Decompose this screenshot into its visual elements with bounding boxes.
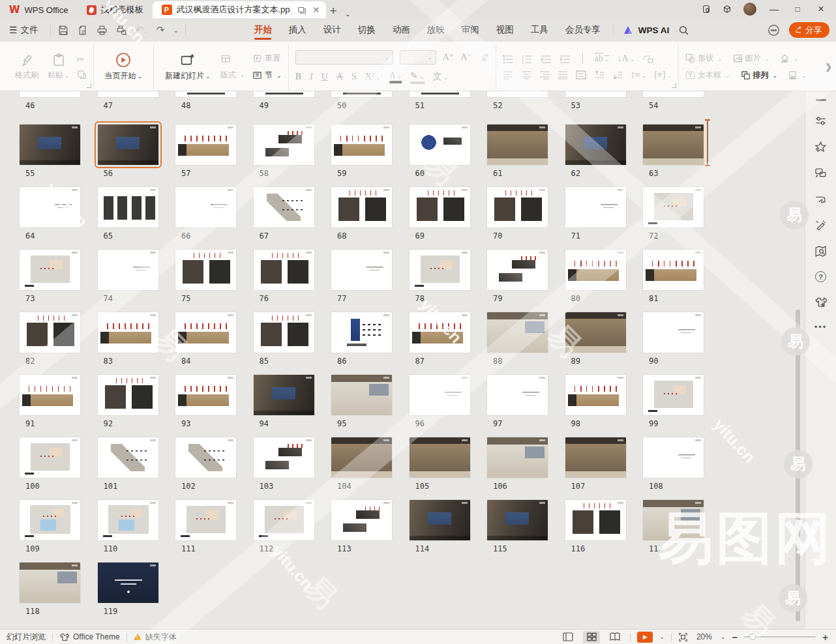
slide-thumbnail-87[interactable] (409, 312, 471, 353)
text-direction-icon[interactable]: ↓A⌄ (618, 53, 635, 64)
slide-thumbnail-64[interactable] (19, 186, 81, 228)
print-preview-icon[interactable] (116, 25, 127, 36)
outline-color-button[interactable]: ⌄ (788, 70, 807, 80)
slide-sorter-view-button[interactable] (583, 631, 600, 643)
scrollbar-thumb[interactable] (796, 310, 800, 621)
save-icon[interactable] (57, 25, 68, 36)
slide-thumbnail-51[interactable] (409, 91, 471, 98)
beautify-wand-icon[interactable] (814, 219, 827, 231)
file-menu[interactable]: ☰ 文件 (0, 24, 46, 36)
close-window-button[interactable]: × (815, 3, 827, 15)
search-icon[interactable] (678, 25, 689, 36)
menu-tab-开始[interactable]: 开始 (246, 18, 280, 42)
menu-tab-设计[interactable]: 设计 (315, 18, 350, 42)
slide-thumbnail-111[interactable] (175, 499, 237, 541)
tab-docer-templates[interactable]: 找稻壳模板 (78, 1, 153, 18)
underline-icon[interactable]: U (321, 72, 328, 82)
slide-thumbnail-104[interactable] (331, 437, 393, 478)
clear-format-icon[interactable] (479, 52, 489, 63)
char-spacing-icon[interactable]: ab⌄ (595, 53, 610, 64)
slide-thumbnail-78[interactable] (409, 249, 471, 291)
picture-button[interactable]: 图片⌄ (733, 53, 770, 64)
menu-tab-插入[interactable]: 插入 (280, 18, 315, 42)
slide-thumbnail-93[interactable] (175, 374, 237, 416)
help-icon[interactable]: ? (815, 271, 826, 282)
slide-thumbnail-74[interactable] (97, 249, 159, 291)
fill-color-button[interactable]: ⌄ (780, 53, 799, 63)
slide-thumbnail-77[interactable] (331, 249, 393, 291)
align-left-icon[interactable] (503, 70, 513, 80)
print-icon[interactable] (97, 25, 108, 36)
slide-thumbnail-47[interactable] (97, 91, 159, 98)
arrange-button[interactable]: 排列⌄ (741, 70, 778, 81)
slide-thumbnail-80[interactable] (565, 249, 627, 291)
zoom-slider[interactable] (744, 636, 816, 637)
maximize-button[interactable]: □ (792, 5, 803, 14)
slide-thumbnail-55[interactable] (19, 124, 81, 166)
normal-view-button[interactable] (560, 631, 576, 643)
tab-presentation-document[interactable]: P 武汉枫渡酒店设计方案文本.pp (153, 1, 326, 18)
slide-thumbnail-52[interactable] (486, 91, 548, 98)
bold-icon[interactable]: B (295, 72, 301, 82)
menu-tab-会员专享[interactable]: 会员专享 (557, 18, 609, 42)
slide-thumbnail-99[interactable] (642, 374, 704, 416)
slide-thumbnail-86[interactable] (331, 312, 393, 353)
align-center-icon[interactable] (521, 70, 531, 80)
play-from-current-button[interactable]: 当页开始⌄ (100, 51, 147, 83)
slide-thumbnail-79[interactable] (486, 249, 548, 291)
fit-window-icon[interactable] (678, 632, 688, 642)
slide-thumbnail-103[interactable] (253, 437, 315, 478)
increase-indent-icon[interactable] (560, 54, 571, 64)
zoom-percent[interactable]: 20% (694, 632, 714, 641)
theme-indicator[interactable]: Office Theme (53, 632, 127, 642)
slide-thumbnail-91[interactable] (19, 374, 81, 416)
slide-thumbnail-82[interactable] (19, 312, 81, 353)
slide-thumbnail-46[interactable] (19, 91, 81, 98)
smartart-convert-icon[interactable] (642, 54, 653, 64)
slide-thumbnail-73[interactable] (19, 249, 81, 291)
slide-thumbnail-54[interactable] (642, 91, 704, 98)
distribute-icon[interactable] (576, 70, 586, 80)
zoom-in-button[interactable]: + (822, 632, 828, 643)
slide-thumbnail-67[interactable] (253, 186, 315, 228)
slide-thumbnail-68[interactable] (331, 186, 393, 228)
move-up-paragraph-icon[interactable] (594, 70, 605, 80)
assistant-icon[interactable] (768, 24, 780, 37)
slide-thumbnail-81[interactable] (642, 249, 704, 291)
reading-view-button[interactable] (606, 631, 623, 643)
close-tab-icon[interactable] (312, 5, 321, 14)
slide-thumbnail-61[interactable] (486, 124, 548, 166)
slide-thumbnail-92[interactable] (97, 374, 159, 416)
slide-thumbnail-84[interactable] (175, 312, 237, 353)
effects-star-icon[interactable] (814, 141, 827, 153)
slide-thumbnail-69[interactable] (409, 186, 471, 228)
slide-thumbnail-65[interactable] (97, 186, 159, 228)
menu-tab-切换[interactable]: 切换 (350, 18, 384, 42)
highlight-color-icon[interactable]: ✎⌄ (410, 70, 424, 84)
slide-thumbnail-98[interactable] (565, 374, 627, 416)
side-by-side-icon[interactable] (297, 5, 306, 14)
menu-tab-工具[interactable]: 工具 (522, 18, 557, 42)
slide-thumbnail-109[interactable] (19, 499, 81, 541)
new-slide-button[interactable]: 新建幻灯片⌄ (160, 51, 215, 83)
export-icon[interactable] (77, 25, 88, 36)
vertical-align-icon[interactable]: [≡]⌄ (654, 70, 672, 80)
slide-thumbnail-58[interactable] (253, 124, 315, 166)
slide-thumbnail-90[interactable] (642, 312, 704, 353)
decrease-font-icon[interactable]: A⁻ (460, 51, 472, 63)
slide-thumbnail-63[interactable] (642, 124, 704, 166)
redo-icon[interactable]: ↷ (157, 24, 165, 36)
paragraph-dialog-launcher[interactable] (672, 83, 676, 88)
slide-thumbnail-56[interactable] (97, 124, 159, 166)
tab-list-dropdown[interactable]: ⌄ (341, 10, 355, 18)
slide-thumbnail-95[interactable] (331, 374, 393, 416)
user-avatar[interactable] (743, 3, 756, 16)
align-right-icon[interactable] (539, 70, 550, 80)
slide-thumbnail-83[interactable] (97, 312, 159, 353)
minimize-button[interactable]: — (768, 4, 780, 14)
menu-tab-审阅[interactable]: 审阅 (453, 18, 488, 42)
slide-thumbnail-50[interactable] (331, 91, 393, 98)
find-navigate-icon[interactable] (814, 245, 827, 257)
slide-thumbnail-108[interactable] (642, 437, 704, 478)
slide-thumbnail-48[interactable] (175, 91, 237, 98)
